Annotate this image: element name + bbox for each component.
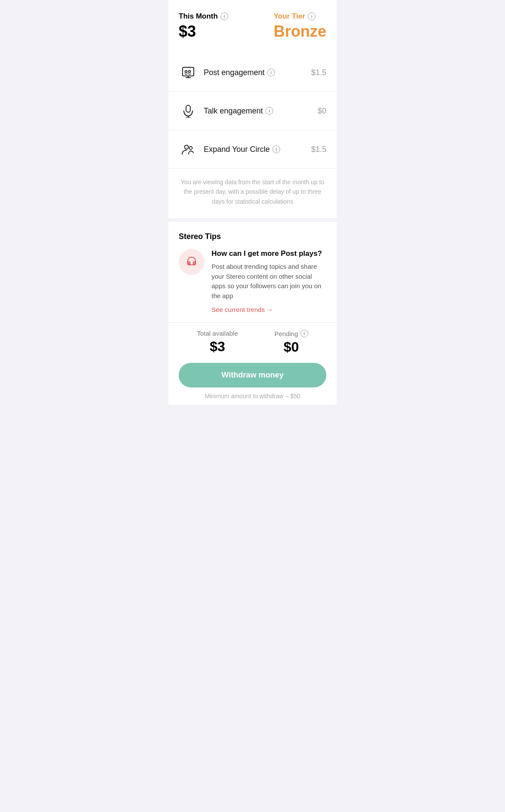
svg-point-2 <box>189 71 191 73</box>
this-month-col: This Month i $3 <box>179 12 228 41</box>
pending-col: Pending i $0 <box>275 330 308 355</box>
expand-circle-label: Expand Your Circle <box>204 145 270 154</box>
this-month-info-icon[interactable]: i <box>221 13 228 20</box>
stereo-tips-title: Stereo Tips <box>179 232 326 241</box>
your-tier-value: Bronze <box>274 22 326 41</box>
this-month-amount: $3 <box>179 22 228 41</box>
your-tier-label: Your Tier <box>274 12 305 21</box>
this-month-label-row: This Month i <box>179 12 228 21</box>
talk-engagement-info-icon[interactable]: i <box>265 107 273 115</box>
total-available-label: Total available <box>197 330 238 337</box>
people-icon-container <box>179 140 198 159</box>
people-icon <box>181 142 195 156</box>
top-section: This Month i $3 Your Tier i Bronze <box>168 0 337 54</box>
items-section: Post engagement i $1.5 Talk engagement i… <box>168 54 337 222</box>
talk-engagement-amount: $0 <box>318 107 326 116</box>
expand-circle-info-icon[interactable]: i <box>272 145 280 153</box>
talk-engagement-label-row: Talk engagement i <box>204 107 318 116</box>
post-engagement-label-row: Post engagement i <box>204 68 311 77</box>
header-row: This Month i $3 Your Tier i Bronze <box>179 12 326 41</box>
tip-title: How can I get more Post plays? <box>211 249 326 258</box>
withdraw-button[interactable]: Withdraw money <box>179 363 326 387</box>
tip-icon-circle <box>179 249 205 275</box>
disclaimer: You are viewing data from the start of t… <box>168 169 337 222</box>
tip-body: Post about trending topics and share you… <box>211 262 326 301</box>
bottom-bar: Total available $3 Pending i $0 Withdraw… <box>168 322 337 405</box>
expand-circle-amount: $1.5 <box>311 145 326 154</box>
stereo-tips-section: Stereo Tips How can I get more Post play… <box>168 222 337 322</box>
post-engagement-label: Post engagement <box>204 68 265 77</box>
this-month-label: This Month <box>179 12 218 21</box>
disclaimer-text: You are viewing data from the start of t… <box>181 179 325 205</box>
post-engagement-icon-container <box>179 63 198 82</box>
talk-engagement-label: Talk engagement <box>204 107 263 116</box>
svg-point-6 <box>185 145 189 149</box>
headphones-icon <box>186 256 198 268</box>
post-engagement-icon <box>181 66 195 79</box>
post-engagement-row: Post engagement i $1.5 <box>168 54 337 92</box>
your-tier-info-icon[interactable]: i <box>308 13 316 20</box>
tip-link[interactable]: See current trends → <box>211 306 273 313</box>
expand-circle-label-row: Expand Your Circle i <box>204 145 311 154</box>
pending-amount: $0 <box>284 339 299 355</box>
expand-circle-row: Expand Your Circle i $1.5 <box>168 130 337 169</box>
minimum-note: Minimum amount to withdraw – $50 <box>179 393 326 400</box>
svg-point-8 <box>188 257 196 265</box>
tip-content: How can I get more Post plays? Post abou… <box>211 249 326 314</box>
svg-point-7 <box>189 147 193 150</box>
svg-point-1 <box>185 71 187 73</box>
microphone-icon-container <box>179 101 198 120</box>
pending-label: Pending i <box>275 330 308 337</box>
talk-engagement-row: Talk engagement i $0 <box>168 92 337 130</box>
microphone-icon <box>181 104 195 118</box>
pending-info-icon[interactable]: i <box>300 330 308 337</box>
post-engagement-amount: $1.5 <box>311 68 326 77</box>
your-tier-label-row: Your Tier i <box>274 12 326 21</box>
bottom-totals: Total available $3 Pending i $0 <box>179 330 326 355</box>
post-engagement-info-icon[interactable]: i <box>267 69 275 76</box>
tip-card: How can I get more Post plays? Post abou… <box>179 249 326 314</box>
your-tier-col: Your Tier i Bronze <box>274 12 326 41</box>
total-available-amount: $3 <box>210 339 225 355</box>
total-available-col: Total available $3 <box>197 330 238 355</box>
svg-rect-3 <box>186 105 190 112</box>
